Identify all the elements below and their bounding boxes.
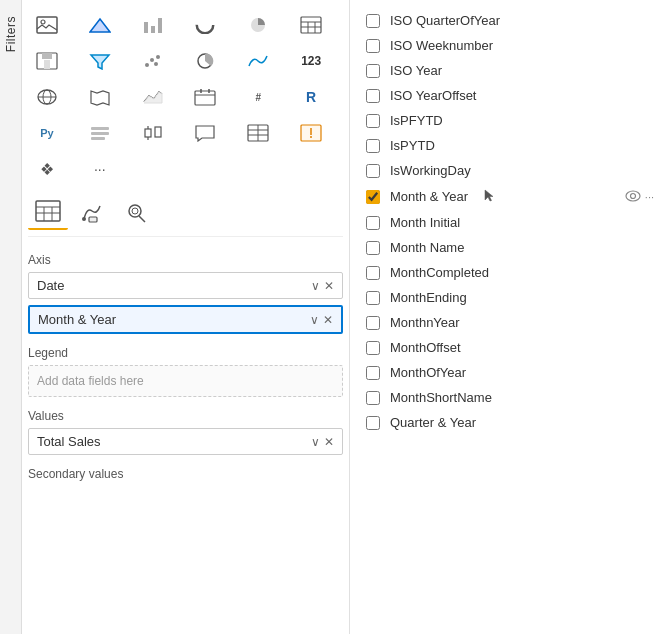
checklist-label-monthofyear: MonthOfYear [390, 365, 466, 380]
svg-line-49 [139, 216, 145, 222]
checkbox-monthnyear[interactable] [366, 316, 380, 330]
svg-rect-0 [37, 17, 57, 33]
checklist-item-monthending[interactable]: MonthEnding [362, 285, 658, 310]
checklist-actions-month-year: ··· [625, 190, 654, 204]
close-icon[interactable]: ✕ [324, 435, 334, 449]
viz-table-icon[interactable] [28, 194, 68, 230]
checklist-item-month-year[interactable]: Month & Year··· [362, 183, 658, 210]
date-field-icons: ∨ ✕ [311, 279, 334, 293]
panel-content: 123 # R Py [22, 0, 349, 634]
more-icon[interactable]: ··· [645, 191, 654, 203]
icon-more[interactable]: ··· [81, 152, 119, 186]
checklist-item-monthofyear[interactable]: MonthOfYear [362, 360, 658, 385]
icon-box-chart[interactable] [134, 116, 172, 150]
checkbox-monthcompleted[interactable] [366, 266, 380, 280]
checkbox-monthshortname[interactable] [366, 391, 380, 405]
checklist-label-month-year: Month & Year [390, 189, 468, 204]
checkbox-iso-quarter[interactable] [366, 14, 380, 28]
viz-search-icon[interactable] [116, 194, 156, 230]
svg-point-46 [82, 217, 86, 221]
checklist-item-iso-quarter[interactable]: ISO QuarterOfYear [362, 8, 658, 33]
checklist-item-month-name[interactable]: Month Name [362, 235, 658, 260]
checklist-item-iso-year[interactable]: ISO Year [362, 58, 658, 83]
checkbox-month-name[interactable] [366, 241, 380, 255]
icon-map[interactable] [81, 80, 119, 114]
checkbox-monthending[interactable] [366, 291, 380, 305]
checkbox-monthofyear[interactable] [366, 366, 380, 380]
svg-rect-3 [151, 26, 155, 33]
checklist-item-monthcompleted[interactable]: MonthCompleted [362, 260, 658, 285]
icon-speech[interactable] [186, 116, 224, 150]
checklist-label-monthending: MonthEnding [390, 290, 467, 305]
icon-table2[interactable] [239, 116, 277, 150]
checklist-item-iso-yearoffset[interactable]: ISO YearOffset [362, 83, 658, 108]
icon-line-chart[interactable] [134, 80, 172, 114]
svg-rect-2 [144, 22, 148, 33]
icon-warning-chart[interactable] [292, 116, 330, 150]
icon-scatter[interactable] [134, 44, 172, 78]
checkbox-ispytd[interactable] [366, 139, 380, 153]
month-year-field-icons: ∨ ✕ [310, 313, 333, 327]
checklist-item-iso-weeknumber[interactable]: ISO Weeknumber [362, 33, 658, 58]
checklist-item-ispfytd[interactable]: IsPFYTD [362, 108, 658, 133]
checkbox-month-initial[interactable] [366, 216, 380, 230]
svg-rect-15 [44, 60, 50, 69]
checkbox-iso-yearoffset[interactable] [366, 89, 380, 103]
checklist-item-month-initial[interactable]: Month Initial [362, 210, 658, 235]
svg-point-6 [198, 18, 212, 32]
secondary-values-label: Secondary values [28, 467, 343, 481]
icon-mountain[interactable] [81, 8, 119, 42]
icon-calendar[interactable] [186, 80, 224, 114]
checkbox-iso-year[interactable] [366, 64, 380, 78]
checkbox-monthoffset[interactable] [366, 341, 380, 355]
icon-number[interactable]: # [239, 80, 277, 114]
icon-image[interactable] [28, 8, 66, 42]
month-year-field-box[interactable]: Month & Year ∨ ✕ [28, 305, 343, 334]
svg-point-50 [132, 208, 138, 214]
icon-save[interactable] [28, 44, 66, 78]
icon-r[interactable]: R [292, 80, 330, 114]
legend-placeholder[interactable]: Add data fields here [28, 365, 343, 397]
icon-py[interactable]: Py [28, 116, 66, 150]
checklist-item-quarter-year[interactable]: Quarter & Year [362, 410, 658, 435]
checkbox-month-year[interactable] [366, 190, 380, 204]
checklist-label-monthoffset: MonthOffset [390, 340, 461, 355]
icon-circle-chart[interactable] [186, 44, 224, 78]
total-sales-icons: ∨ ✕ [311, 435, 334, 449]
checkbox-ispfytd[interactable] [366, 114, 380, 128]
checklist-item-monthoffset[interactable]: MonthOffset [362, 335, 658, 360]
checklist-item-monthnyear[interactable]: MonthnYear [362, 310, 658, 335]
icon-123[interactable]: 123 [292, 44, 330, 78]
values-section: Values Total Sales ∨ ✕ [28, 409, 343, 461]
icon-list2[interactable] [81, 116, 119, 150]
date-field-label: Date [37, 278, 64, 293]
close-icon[interactable]: ✕ [324, 279, 334, 293]
viz-paint-icon[interactable] [72, 194, 112, 230]
icon-bar-chart[interactable] [134, 8, 172, 42]
checklist-item-isworkingday[interactable]: IsWorkingDay [362, 158, 658, 183]
icon-donut[interactable] [186, 8, 224, 42]
svg-rect-4 [158, 18, 162, 33]
svg-rect-47 [89, 217, 97, 222]
icon-filter[interactable] [81, 44, 119, 78]
icon-globe[interactable] [28, 80, 66, 114]
icon-diamond[interactable]: ❖ [28, 152, 66, 186]
filters-tab[interactable]: Filters [0, 0, 22, 634]
checklist-label-monthcompleted: MonthCompleted [390, 265, 489, 280]
icon-table[interactable] [292, 8, 330, 42]
axis-section: Axis Date ∨ ✕ Month & Year ∨ ✕ [28, 253, 343, 340]
checklist-item-ispytd[interactable]: IsPYTD [362, 133, 658, 158]
checklist-item-monthshortname[interactable]: MonthShortName [362, 385, 658, 410]
checkbox-isworkingday[interactable] [366, 164, 380, 178]
total-sales-field-box[interactable]: Total Sales ∨ ✕ [28, 428, 343, 455]
checkbox-quarter-year[interactable] [366, 416, 380, 430]
checkbox-iso-weeknumber[interactable] [366, 39, 380, 53]
eye-icon[interactable] [625, 190, 641, 204]
icon-wave[interactable] [239, 44, 277, 78]
cursor-icon [482, 188, 496, 205]
icon-pie[interactable] [239, 8, 277, 42]
close-icon[interactable]: ✕ [323, 313, 333, 327]
svg-rect-24 [195, 91, 215, 105]
svg-rect-30 [91, 137, 105, 140]
date-field-box[interactable]: Date ∨ ✕ [28, 272, 343, 299]
